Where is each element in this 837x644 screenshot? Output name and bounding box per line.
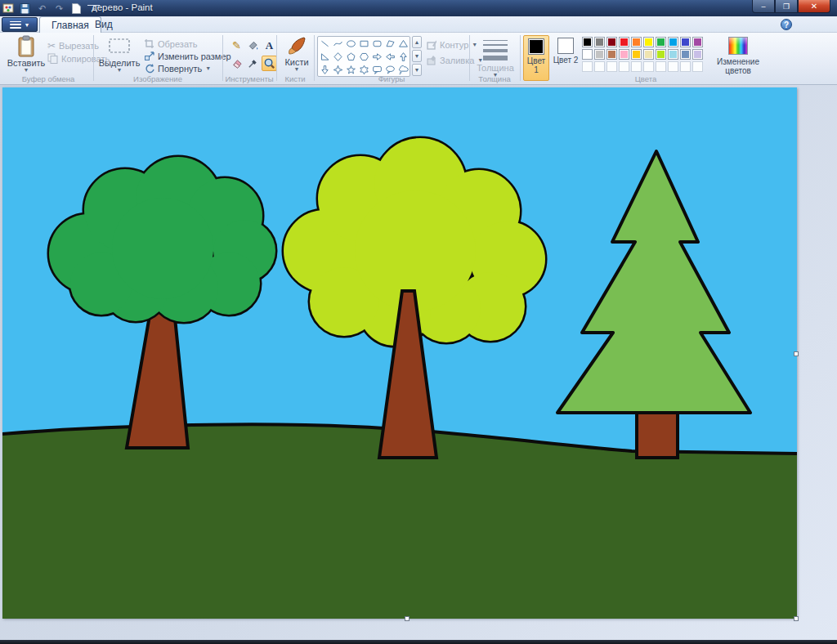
shape-diamond-icon[interactable] bbox=[332, 51, 344, 63]
palette-swatch[interactable] bbox=[680, 49, 691, 60]
help-icon[interactable]: ? bbox=[781, 19, 792, 30]
palette-swatch[interactable] bbox=[680, 37, 691, 47]
undo-icon[interactable]: ↶ bbox=[36, 2, 48, 15]
palette-swatch-empty[interactable] bbox=[606, 61, 617, 72]
shape-arrow-right-icon[interactable] bbox=[371, 51, 383, 63]
redo-icon[interactable]: ↷ bbox=[53, 2, 65, 15]
palette-swatch[interactable] bbox=[582, 37, 593, 47]
fill-icon bbox=[426, 55, 436, 65]
text-tool-button[interactable]: A bbox=[262, 38, 277, 53]
selection-rect-icon bbox=[109, 38, 130, 53]
palette-swatch-empty[interactable] bbox=[668, 61, 678, 72]
palette-swatch[interactable] bbox=[692, 37, 703, 47]
resize-button[interactable]: Изменить размер bbox=[144, 50, 231, 62]
palette-swatch[interactable] bbox=[643, 37, 654, 47]
paint-app-icon[interactable] bbox=[2, 2, 14, 15]
chevron-down-icon: ▼ bbox=[205, 66, 211, 70]
tab-view[interactable]: Вид bbox=[83, 16, 124, 33]
save-icon[interactable] bbox=[19, 2, 31, 15]
new-page-icon[interactable] bbox=[70, 2, 83, 15]
shapes-scroll-up[interactable]: ▲ bbox=[412, 36, 422, 48]
palette-swatch-empty[interactable] bbox=[680, 61, 691, 72]
palette-swatch-empty[interactable] bbox=[619, 61, 629, 72]
palette-swatch[interactable] bbox=[668, 37, 678, 47]
menu-icon bbox=[10, 21, 21, 29]
chevron-down-icon: ▼ bbox=[117, 68, 123, 72]
clipboard-icon bbox=[17, 35, 35, 57]
fill-tool-button[interactable] bbox=[245, 38, 261, 53]
shapes-scroll-down[interactable]: ▼ bbox=[412, 50, 422, 62]
palette-swatch-empty[interactable] bbox=[692, 61, 703, 72]
shape-rectangle-icon[interactable] bbox=[358, 38, 370, 50]
group-label-tools: Инструменты bbox=[222, 74, 276, 83]
palette-swatch[interactable] bbox=[594, 37, 605, 47]
palette-swatch[interactable] bbox=[668, 49, 678, 60]
group-label-brushes: Кисти bbox=[276, 74, 314, 83]
palette-swatch[interactable] bbox=[619, 49, 629, 60]
color-palette bbox=[582, 37, 706, 74]
palette-swatch[interactable] bbox=[606, 49, 617, 60]
outline-icon bbox=[426, 39, 436, 50]
close-button[interactable]: ✕ bbox=[798, 0, 830, 13]
palette-swatch[interactable] bbox=[606, 37, 617, 47]
palette-swatch-empty[interactable] bbox=[631, 61, 642, 72]
quick-access-toolbar: ↶ ↷ ▾ bbox=[2, 1, 100, 16]
shape-arrow-left-icon[interactable] bbox=[384, 51, 396, 63]
palette-swatch[interactable] bbox=[582, 49, 593, 60]
eraser-tool-button[interactable] bbox=[229, 56, 244, 71]
palette-swatch-empty[interactable] bbox=[643, 61, 654, 72]
taskbar-edge[interactable] bbox=[0, 640, 837, 644]
shape-hexagon-icon[interactable] bbox=[358, 51, 370, 63]
pencil-tool-button[interactable]: ✎ bbox=[229, 38, 244, 53]
line-thickness-icon bbox=[483, 40, 508, 60]
window-title: дерево - Paint bbox=[92, 2, 153, 12]
window-controls: – ❐ ✕ bbox=[752, 0, 830, 13]
scissors-icon: ✂ bbox=[47, 40, 56, 51]
palette-swatch[interactable] bbox=[643, 49, 654, 60]
shape-polygon-icon[interactable] bbox=[384, 38, 396, 50]
cut-button[interactable]: ✂ Вырезать bbox=[47, 39, 99, 51]
palette-swatch[interactable] bbox=[631, 49, 642, 60]
fir-trunk bbox=[637, 411, 678, 458]
group-label-shapes: Фигуры bbox=[314, 74, 469, 83]
brush-icon bbox=[286, 35, 307, 56]
crop-icon bbox=[144, 38, 154, 49]
palette-swatch[interactable] bbox=[631, 37, 642, 47]
palette-swatch-empty[interactable] bbox=[656, 61, 666, 72]
magnifier-tool-button[interactable] bbox=[262, 56, 277, 71]
palette-swatch-empty[interactable] bbox=[582, 61, 593, 72]
canvas-resize-handle-bottom[interactable] bbox=[405, 616, 410, 621]
maximize-button[interactable]: ❐ bbox=[775, 0, 798, 13]
shape-rounded-rectangle-icon[interactable] bbox=[371, 38, 383, 50]
palette-swatch[interactable] bbox=[619, 37, 629, 47]
palette-swatch[interactable] bbox=[692, 49, 703, 60]
file-menu-button[interactable]: ▼ bbox=[2, 17, 38, 32]
palette-swatch[interactable] bbox=[594, 49, 605, 60]
palette-swatch[interactable] bbox=[656, 49, 666, 60]
group-label-size: Толщина bbox=[469, 74, 520, 83]
shape-right-triangle-icon[interactable] bbox=[319, 51, 331, 63]
shape-curve-icon[interactable] bbox=[332, 38, 344, 50]
palette-swatch-empty[interactable] bbox=[594, 61, 605, 72]
tab-row: ▼ Главная Вид ? bbox=[0, 16, 837, 33]
palette-swatch[interactable] bbox=[656, 37, 666, 47]
canvas-resize-handle-right[interactable] bbox=[794, 351, 799, 356]
color1-swatch bbox=[528, 38, 544, 55]
rotate-button[interactable]: Повернуть ▼ bbox=[144, 62, 211, 74]
resize-icon bbox=[144, 51, 154, 61]
shape-triangle-icon[interactable] bbox=[397, 38, 410, 50]
shape-line-icon[interactable] bbox=[319, 38, 331, 50]
drawing-canvas[interactable] bbox=[2, 87, 797, 619]
minimize-button[interactable]: – bbox=[752, 0, 775, 13]
rotate-icon bbox=[144, 63, 154, 74]
shape-arrow-up-icon[interactable] bbox=[397, 51, 410, 63]
shape-ellipse-icon[interactable] bbox=[345, 38, 357, 50]
crop-button[interactable]: Обрезать bbox=[144, 38, 198, 50]
shapes-gallery bbox=[317, 36, 410, 77]
chevron-down-icon: ▼ bbox=[25, 22, 30, 28]
color-picker-tool-button[interactable] bbox=[245, 56, 261, 71]
group-label-colors: Цвета bbox=[520, 74, 772, 83]
chevron-down-icon: ▼ bbox=[24, 68, 29, 72]
canvas-resize-handle-corner[interactable] bbox=[794, 616, 799, 621]
shape-pentagon-icon[interactable] bbox=[345, 51, 357, 63]
